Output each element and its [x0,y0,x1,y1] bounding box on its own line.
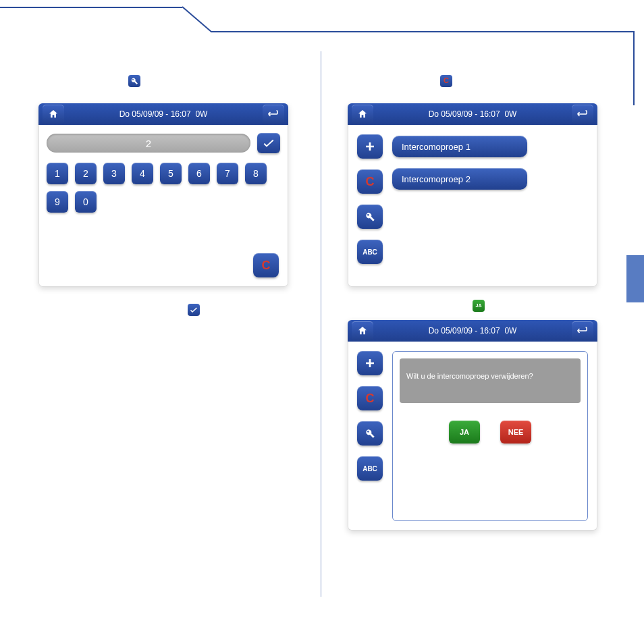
page-frame [0,0,635,57]
back-button[interactable] [572,321,593,340]
intercom-list-screen: Do 05/09/09 - 16:07 0W C ABC [348,103,597,287]
key-6[interactable]: 6 [188,163,210,184]
keypad-grid: 1 2 3 4 5 6 7 8 9 0 [47,163,280,213]
intro-step-r2: JA [348,299,631,312]
key-4[interactable]: 4 [132,163,153,184]
key-3[interactable]: 3 [103,163,125,184]
side-buttons: C ABC [357,351,383,521]
dialog-actions: JA NEE [400,421,581,444]
home-button[interactable] [352,321,373,340]
screen-header: Do 05/09/09 - 16:07 0W [38,103,288,125]
confirm-dialog: Wilt u de intercomoproep verwijderen? JA… [392,351,588,521]
header-title: Do 05/09/09 - 16:07 0W [375,326,570,336]
header-title: Do 05/09/09 - 16:07 0W [65,109,261,119]
intercom-items: Intercomoproep 1 Intercomoproep 2 [392,134,527,277]
screen-header: Do 05/09/09 - 16:07 0W [348,103,597,125]
key-9[interactable]: 9 [47,191,68,213]
rename-button[interactable]: ABC [357,456,383,481]
key-2[interactable]: 2 [75,163,97,184]
header-suffix: 0W [195,109,207,119]
intercom-item-2[interactable]: Intercomoproep 2 [392,168,527,190]
display-value: 2 [146,138,151,149]
intercom-item-label: Intercomoproep 2 [402,174,471,184]
add-button[interactable] [357,134,383,159]
key-1[interactable]: 1 [47,163,68,184]
intro-step-1 [38,74,322,87]
dialog-message-box: Wilt u de intercomoproep verwijderen? [400,358,581,403]
left-column: Do 05/09/09 - 16:07 0W 2 1 2 3 4 5 [38,74,322,316]
header-suffix: 0W [504,326,516,336]
home-button[interactable] [43,105,64,124]
add-button[interactable] [357,351,383,375]
abc-label: ABC [363,248,377,256]
check-icon [188,304,200,316]
key-5[interactable]: 5 [160,163,182,184]
rename-button[interactable]: ABC [357,240,383,264]
key-0[interactable]: 0 [75,191,97,213]
clear-label: C [262,259,271,273]
confirm-button[interactable] [257,133,280,153]
delete-label: C [366,175,375,189]
confirm-screen: Do 05/09/09 - 16:07 0W C ABC [348,320,597,531]
header-datetime: Do 05/09/09 - 16:07 [119,109,191,119]
no-label: NEE [508,428,524,436]
clear-button[interactable]: C [253,253,279,277]
header-title: Do 05/09/09 - 16:07 0W [375,109,570,119]
delete-button[interactable]: C [357,169,383,194]
abc-label: ABC [363,465,377,473]
yes-button[interactable]: JA [449,421,480,444]
keypad-screen: Do 05/09/09 - 16:07 0W 2 1 2 3 4 5 [38,103,288,287]
back-button[interactable] [263,105,284,124]
dialog-body: C ABC Wilt u de intercomoproep verwijder… [348,342,597,531]
wrench-icon [128,75,140,87]
side-buttons: C ABC [357,134,383,277]
back-button[interactable] [572,105,593,124]
no-button[interactable]: NEE [500,421,531,444]
right-column: C Do 05/09/09 - 16:07 0W C [348,74,631,531]
settings-button[interactable] [357,205,383,229]
intercom-item-label: Intercomoproep 1 [402,142,471,152]
list-body: C ABC Intercomoproep 1 Intercomoproep 2 [348,125,597,287]
delete-c-icon: C [440,75,452,87]
delete-label: C [366,392,375,406]
header-datetime: Do 05/09/09 - 16:07 [429,109,500,119]
header-suffix: 0W [504,109,516,119]
yes-label: JA [460,428,469,436]
key-8[interactable]: 8 [245,163,267,184]
header-datetime: Do 05/09/09 - 16:07 [429,326,500,336]
settings-button[interactable] [357,421,383,446]
dialog-message: Wilt u de intercomoproep verwijderen? [406,372,533,380]
intro-step-r1: C [348,74,631,87]
number-display: 2 [47,134,250,153]
home-button[interactable] [352,105,373,124]
screen-header: Do 05/09/09 - 16:07 0W [348,320,597,342]
ja-icon: JA [473,300,485,312]
key-7[interactable]: 7 [217,163,238,184]
delete-button[interactable]: C [357,386,383,410]
intro-step-2 [38,303,322,316]
intercom-item-1[interactable]: Intercomoproep 1 [392,136,527,157]
keypad-body: 2 1 2 3 4 5 6 7 8 9 0 C [38,125,288,287]
